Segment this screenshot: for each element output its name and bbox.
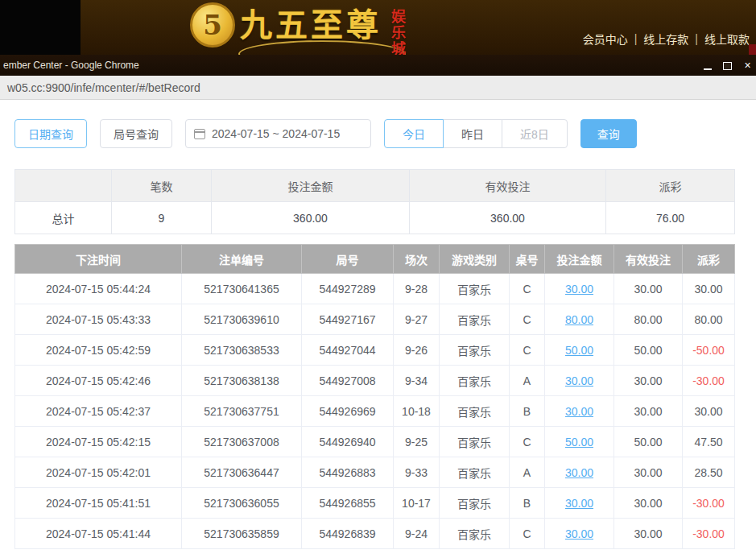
cell-game: 百家乐 [440, 427, 510, 457]
summary-header-empty [15, 170, 112, 202]
yesterday-button[interactable]: 昨日 [443, 119, 502, 148]
search-button[interactable]: 查询 [580, 119, 637, 148]
bet-amount-link[interactable]: 30.00 [565, 497, 593, 510]
today-button[interactable]: 今日 [384, 119, 444, 148]
cell-time: 2024-07-15 05:42:46 [15, 366, 182, 396]
browser-titlebar: ember Center - Google Chrome × [0, 55, 756, 76]
nav-deposit-link[interactable]: 线上存款 [643, 31, 688, 47]
cell-bet: 30.00 [545, 488, 614, 519]
cell-payout: -30.00 [683, 366, 735, 396]
col-header-order-id: 注单编号 [182, 245, 302, 274]
bet-amount-link[interactable]: 30.00 [565, 405, 593, 418]
last-8-days-button[interactable]: 近8日 [502, 119, 568, 148]
cell-bet: 80.00 [545, 304, 614, 335]
col-header-round-id: 局号 [302, 245, 394, 274]
bet-amount-link[interactable]: 30.00 [565, 527, 593, 540]
summary-header-valid-bet: 有效投注 [410, 170, 606, 202]
nav-separator: | [634, 32, 638, 45]
table-row: 2024-07-15 05:42:59521730638533544927044… [15, 335, 735, 366]
nav-member-center-link[interactable]: 会员中心 [583, 31, 628, 47]
cell-valid: 30.00 [614, 366, 683, 396]
date-range-value: 2024-07-15 ~ 2024-07-15 [212, 127, 340, 140]
cell-game: 百家乐 [440, 519, 510, 549]
coin-icon: 5 [190, 2, 235, 48]
summary-header-bet-amount: 投注金额 [212, 170, 410, 202]
cell-session: 9-26 [394, 335, 440, 366]
cell-valid: 80.00 [614, 304, 683, 335]
cell-bet: 30.00 [545, 457, 614, 488]
table-row: 2024-07-15 05:43:33521730639610544927167… [15, 304, 735, 335]
cell-table_no: C [510, 304, 545, 335]
nav-withdraw-link[interactable]: 线上取款 [704, 31, 750, 47]
maximize-button[interactable] [722, 61, 733, 70]
cell-payout: 47.50 [683, 427, 735, 457]
cell-time: 2024-07-15 05:41:51 [15, 488, 182, 519]
cell-round_id: 544927008 [302, 366, 394, 396]
quick-range-group: 今日 昨日 近8日 [384, 119, 568, 148]
tab-round-query[interactable]: 局号查询 [100, 119, 172, 148]
cell-valid: 30.00 [614, 274, 683, 304]
close-button[interactable]: × [742, 61, 753, 70]
cell-payout: 80.00 [683, 304, 735, 335]
cell-session: 9-25 [394, 427, 440, 457]
cell-valid: 30.00 [614, 396, 683, 427]
bet-amount-link[interactable]: 50.00 [565, 436, 593, 449]
cell-round_id: 544926969 [302, 396, 394, 427]
casino-logo-title: 九五至尊 [240, 2, 382, 48]
nav-separator: | [695, 32, 698, 45]
summary-table: 笔数 投注金额 有效投注 派彩 总计 9 360.00 360.00 76.00 [14, 169, 735, 234]
cell-valid: 30.00 [614, 519, 683, 549]
casino-logo-subtitle: 娱乐城 [386, 9, 407, 57]
cell-session: 9-33 [394, 457, 440, 488]
cell-time: 2024-07-15 05:43:33 [15, 304, 182, 335]
cell-round_id: 544926855 [302, 488, 394, 519]
bet-table-body: 2024-07-15 05:44:24521730641365544927289… [15, 274, 735, 549]
cell-round_id: 544926883 [302, 457, 394, 488]
tab-date-query[interactable]: 日期查询 [14, 119, 87, 148]
bet-amount-link[interactable]: 30.00 [565, 374, 593, 387]
cell-game: 百家乐 [440, 488, 510, 519]
cell-table_no: A [510, 366, 545, 396]
cell-payout: -30.00 [683, 488, 735, 519]
bet-amount-link[interactable]: 50.00 [565, 344, 593, 357]
col-header-table-no: 桌号 [510, 245, 545, 274]
summary-header-count: 笔数 [112, 170, 212, 202]
table-row: 2024-07-15 05:42:46521730638138544927008… [15, 366, 735, 396]
bet-amount-link[interactable]: 30.00 [565, 283, 593, 296]
cell-payout: 30.00 [683, 396, 735, 427]
address-bar[interactable]: w05.cc:9900/infe/mcenter/#/betRecord [0, 76, 756, 100]
cell-round_id: 544927044 [302, 335, 394, 366]
cell-game: 百家乐 [440, 366, 510, 396]
cell-payout: 30.00 [683, 274, 735, 304]
calendar-icon [194, 129, 205, 139]
table-row: 2024-07-15 05:41:44521730635859544926839… [15, 519, 735, 549]
summary-bet-amount-value: 360.00 [212, 202, 410, 234]
cell-order_id: 521730638533 [182, 335, 302, 366]
cell-game: 百家乐 [440, 457, 510, 488]
date-range-picker[interactable]: 2024-07-15 ~ 2024-07-15 [185, 119, 371, 148]
cell-session: 9-24 [394, 519, 440, 549]
bet-amount-link[interactable]: 80.00 [565, 313, 593, 326]
cell-valid: 30.00 [614, 488, 683, 519]
cell-session: 10-18 [394, 396, 440, 427]
cell-round_id: 544927167 [302, 304, 394, 335]
col-header-game-type: 游戏类别 [440, 245, 510, 274]
banner-nav: 会员中心 | 线上存款 | 线上取款 [583, 31, 750, 47]
cell-round_id: 544927289 [302, 274, 394, 304]
minimize-button[interactable] [702, 61, 713, 70]
cell-payout: -50.00 [683, 335, 735, 366]
bet-amount-link[interactable]: 30.00 [565, 466, 593, 479]
cell-session: 9-27 [394, 304, 440, 335]
bet-record-page: 日期查询 局号查询 2024-07-15 ~ 2024-07-15 今日 昨日 … [0, 100, 756, 554]
col-header-payout: 派彩 [683, 245, 735, 274]
cell-bet: 30.00 [545, 396, 614, 427]
cell-table_no: C [510, 274, 545, 304]
table-row: 2024-07-15 05:44:24521730641365544927289… [15, 274, 735, 304]
bet-record-table: 下注时间 注单编号 局号 场次 游戏类别 桌号 投注金额 有效投注 派彩 202… [14, 244, 735, 549]
minimize-icon [704, 63, 712, 70]
url-text: w05.cc:9900/infe/mcenter/#/betRecord [7, 81, 200, 94]
cell-table_no: C [510, 427, 545, 457]
cell-session: 9-34 [394, 366, 440, 396]
table-row: 2024-07-15 05:41:51521730636055544926855… [15, 488, 735, 519]
window-controls: × [702, 55, 753, 76]
